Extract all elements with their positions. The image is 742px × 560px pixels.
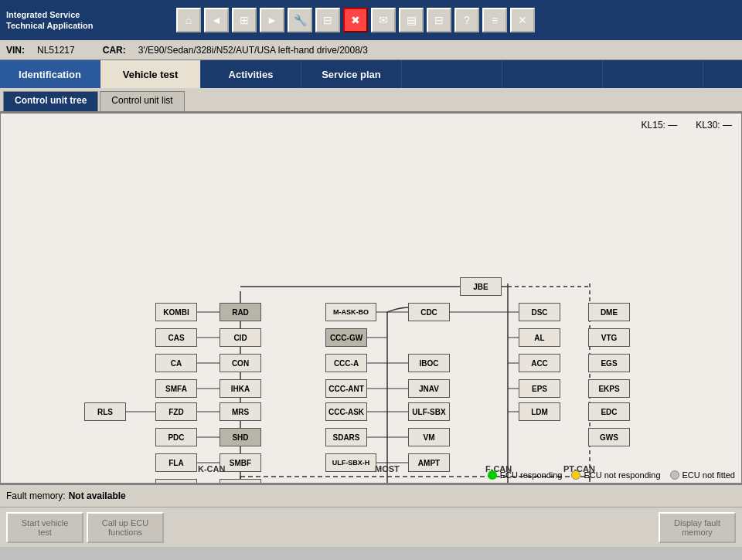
ecu-egs[interactable]: EGS [588,354,630,372]
diagram-svg [1,114,741,483]
start-vehicle-test-button[interactable]: Start vehicle test [6,512,83,543]
ecu-pdc[interactable]: PDC [155,428,197,446]
ecu-cas[interactable]: CAS [155,328,197,347]
main-content: KL15: — KL30: — [0,113,742,484]
ecu-ulf_sbx_h[interactable]: ULF-SBX-H [325,453,376,472]
list-toolbar-button[interactable]: ≡ [482,8,507,32]
ecu-iboc[interactable]: IBOC [408,354,450,372]
active-tool-toolbar-button[interactable]: ✖ [343,8,368,32]
ecu-edc[interactable]: EDC [588,402,630,421]
ecu-ldm[interactable]: LDM [519,402,560,421]
bus-label-most: MOST [375,464,400,473]
ecu-smbf[interactable]: SMBF [220,453,261,472]
sub-tab-control_unit_tree[interactable]: Control unit tree [3,91,98,111]
print-multi-toolbar-button[interactable]: ⊞ [232,8,257,32]
ecu-dwa[interactable]: DWA [155,479,197,484]
ecu-cid[interactable]: CID [220,328,261,347]
nav-tab-vehicle_test[interactable]: Vehicle test [100,60,201,88]
battery-toolbar-button[interactable]: ▤ [399,8,424,32]
bus-label-kcan: K-CAN [198,464,225,473]
ecu-ccc_ant[interactable]: CCC-ANT [325,379,367,398]
ecu-ekps[interactable]: EKPS [588,379,630,398]
fault-memory-value: Not available [69,490,126,501]
bottom-buttons: Start vehicle test Call up ECU functions… [0,507,742,547]
ecu-dme[interactable]: DME [588,303,630,321]
ecu-con[interactable]: CON [220,354,261,372]
ecu-ccc_gw[interactable]: CCC-GW [325,328,367,347]
ecu-dsc[interactable]: DSC [519,303,560,321]
ecu-ccc_a[interactable]: CCC-A [325,354,367,372]
ecu-mrs[interactable]: MRS [220,402,261,421]
forward-toolbar-button[interactable]: ► [260,8,284,32]
nav-tab-tab5[interactable] [402,60,502,88]
printer-toolbar-button[interactable]: ⊟ [427,8,451,32]
ecu-al[interactable]: AL [519,328,560,347]
ecu-shd[interactable]: SHD [220,428,261,446]
toolbar: ⌂◄⊞►🔧⊟✖✉▤⊟?≡✕ [176,8,535,32]
legend-not_responding: ECU not responding [571,470,660,480]
ecu-rls[interactable]: RLS [84,402,126,421]
app-title: Integrated Service Technical Application [6,9,176,32]
call-up-ecu-button[interactable]: Call up ECU functions [87,512,164,543]
ecu-kombi[interactable]: KOMBI [155,303,197,321]
vin-value: NL51217 [37,45,75,56]
ecu-jbe[interactable]: JBE [460,277,502,296]
car-value: 3'/E90/Sedan/328i/N52/AUT/USA left-hand … [138,45,368,56]
ecu-cdc[interactable]: CDC [408,303,450,321]
kl-status: KL15: — KL30: — [642,120,732,131]
left-buttons: Start vehicle test Call up ECU functions [6,512,164,543]
nav-tabs: IdentificationVehicle testActivitiesServ… [0,60,742,88]
kl30-label: KL30: — [696,120,732,131]
display-fault-memory-button[interactable]: Display fault memory [659,512,736,543]
ecu-smfa[interactable]: SMFA [155,379,197,398]
sub-tab-control_unit_list[interactable]: Control unit list [100,91,184,111]
ecu-fzd[interactable]: FZD [155,402,197,421]
legend-not_fitted: ECU not fitted [670,470,735,480]
kl15-label: KL15: — [642,120,678,131]
ecu-jnav[interactable]: JNAV [408,379,450,398]
ecu-acc[interactable]: ACC [519,354,560,372]
ecu-gws[interactable]: GWS [588,428,630,446]
sub-tabs: Control unit treeControl unit list [0,88,742,113]
ecu-fla[interactable]: FLA [155,453,197,472]
ecu-vm[interactable]: VM [408,428,450,446]
ecu-m_ask_bo[interactable]: M-ASK-BO [325,303,376,321]
nav-tab-tab7[interactable] [603,60,703,88]
legend: ECU respondingECU not respondingECU not … [488,470,735,480]
titlebar: Integrated Service Technical Application… [0,0,742,40]
ecu-ca[interactable]: CA [155,354,197,372]
nav-tab-identification[interactable]: Identification [0,60,100,88]
ecu-rad[interactable]: RAD [220,303,261,321]
nav-tab-tab6[interactable] [502,60,603,88]
legend-responding: ECU responding [488,470,563,480]
nav-tab-service_plan[interactable]: Service plan [301,60,402,88]
wrench-toolbar-button[interactable]: 🔧 [288,8,312,32]
ecu-ampt[interactable]: AMPT [408,453,450,472]
ecu-vtg[interactable]: VTG [588,328,630,347]
ecu-ahm[interactable]: AHM [220,479,261,484]
ecu-eps[interactable]: EPS [519,379,560,398]
nav-tab-activities[interactable]: Activities [201,60,301,88]
fault-memory-label: Fault memory: [6,490,66,501]
back-toolbar-button[interactable]: ◄ [204,8,229,32]
help-toolbar-button[interactable]: ? [454,8,479,32]
ecu-ulf_sbx[interactable]: ULF-SBX [408,402,450,421]
legend-dot-responding [488,470,497,480]
legend-dot-not_fitted [670,470,679,480]
ecu-ihka[interactable]: IHKA [220,379,261,398]
home-toolbar-button[interactable]: ⌂ [176,8,201,32]
status-bar: Fault memory: Not available [0,484,742,507]
vin-label: VIN: [6,45,25,56]
car-label: CAR: [103,45,126,56]
vinbar: VIN: NL51217 CAR: 3'/E90/Sedan/328i/N52/… [0,40,742,60]
legend-dot-not_responding [571,470,580,480]
network-toolbar-button[interactable]: ⊟ [315,8,340,32]
ecu-ccc_ask[interactable]: CCC-ASK [325,402,367,421]
close-toolbar-button[interactable]: ✕ [510,8,535,32]
ecu-sdars[interactable]: SDARS [325,428,367,446]
mail-toolbar-button[interactable]: ✉ [371,8,396,32]
